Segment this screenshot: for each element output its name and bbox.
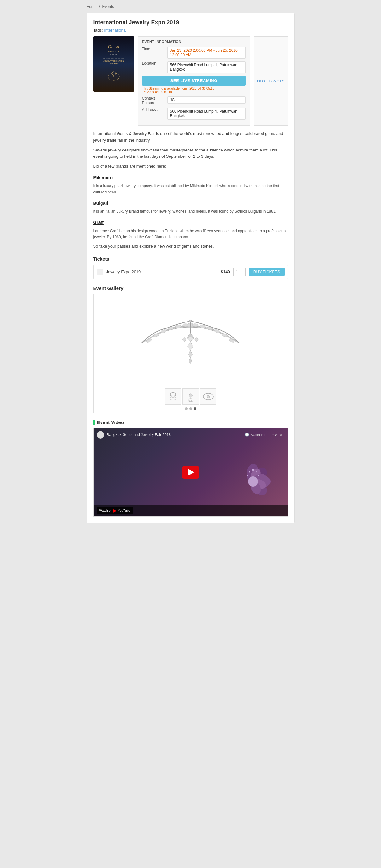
video-controls: 🕐 Watch later ↗ Share bbox=[245, 433, 284, 437]
breadcrumb-home[interactable]: Home bbox=[86, 4, 97, 9]
svg-marker-21 bbox=[182, 337, 186, 341]
desc-para2: Several jewelry designers showcase their… bbox=[93, 147, 288, 160]
address-label: Address : bbox=[142, 107, 167, 112]
event-info-panel: EVENT INFORMATION Time Jan 23, 2020 2:00… bbox=[138, 36, 250, 126]
address-row: Address : 566 Ploenchit Road Lumpini, Pa… bbox=[142, 107, 246, 120]
streaming-from: 2020-04-30 05:18 bbox=[189, 87, 214, 90]
gallery-thumb-3[interactable] bbox=[200, 389, 216, 405]
contact-value: JC bbox=[167, 96, 246, 104]
gallery-dot-3[interactable] bbox=[194, 407, 196, 410]
video-overlay: Bangkok Gems and Jewelry Fair 2018 🕐 Wat… bbox=[94, 429, 288, 516]
ticket-buy-button[interactable]: BUY TICKETS bbox=[249, 268, 284, 276]
watch-on-youtube-button[interactable]: Watch on ▶ YouTube bbox=[97, 507, 133, 514]
brand3-desc: Laurence Graff began his design career i… bbox=[93, 228, 288, 240]
video-title: Bangkok Gems and Jewelry Fair 2018 bbox=[107, 433, 242, 437]
video-container[interactable]: Bangkok Gems and Jewelry Fair 2018 🕐 Wat… bbox=[93, 428, 288, 517]
buy-tickets-main-button[interactable]: BUY TICKETS bbox=[257, 79, 284, 83]
location-value: 566 Ploenchit Road Lumpini, Patumwan Ban… bbox=[167, 61, 246, 73]
main-content-card: International Jewelry Expo 2019 Tags: In… bbox=[86, 12, 295, 523]
buy-tickets-box: BUY TICKETS bbox=[254, 36, 288, 126]
breadcrumb-separator: / bbox=[99, 4, 100, 9]
location-label: Location bbox=[142, 61, 167, 66]
share-icon: ↗ bbox=[271, 433, 274, 437]
streaming-to-label: To: bbox=[142, 90, 146, 94]
youtube-logo: ▶ bbox=[113, 508, 116, 513]
svg-point-24 bbox=[189, 320, 192, 322]
tags-row: Tags: International bbox=[93, 28, 288, 32]
svg-marker-27 bbox=[189, 393, 193, 398]
streaming-to: 2020-04-30 06:18 bbox=[147, 90, 172, 94]
svg-marker-20 bbox=[189, 358, 192, 364]
brand3-heading: Graff bbox=[93, 219, 288, 226]
gallery-main bbox=[93, 294, 288, 413]
time-value: Jan 23, 2020 2:00:00 PM - Jun 25, 2020 1… bbox=[167, 47, 246, 59]
event-info-section: Chiso NANDITA JEWELS Exclusive, Antique … bbox=[93, 36, 288, 126]
gallery-dot-1[interactable] bbox=[185, 407, 187, 410]
streaming-available-label: This Streaming is available from bbox=[142, 87, 187, 90]
streaming-note: This Streaming is available from : 2020-… bbox=[142, 87, 246, 94]
video-section: Event Video bbox=[93, 420, 288, 517]
video-top-bar: Bangkok Gems and Jewelry Fair 2018 🕐 Wat… bbox=[94, 429, 288, 441]
event-image: Chiso NANDITA JEWELS Exclusive, Antique … bbox=[93, 36, 134, 92]
address-value: 566 Ploenchit Road Lumpini, Patumwan Ban… bbox=[167, 107, 246, 120]
youtube-label: YouTube bbox=[118, 509, 130, 513]
info-panel-title: EVENT INFORMATION bbox=[142, 40, 246, 43]
watch-later-label: Watch later bbox=[250, 433, 268, 437]
svg-point-25 bbox=[171, 392, 176, 397]
share-button[interactable]: ↗ Share bbox=[271, 433, 284, 437]
contact-row: Contact Person JC bbox=[142, 96, 246, 105]
ticket-price: $149 bbox=[221, 270, 230, 274]
ticket-quantity-input[interactable] bbox=[233, 268, 246, 276]
gallery-main-image bbox=[97, 298, 284, 386]
tag-international[interactable]: International bbox=[104, 28, 127, 32]
desc-para3: Bio of a few brands are mentioned here: bbox=[93, 163, 288, 170]
breadcrumb-events[interactable]: Events bbox=[102, 4, 114, 9]
ticket-name: Jewelry Expo 2019 bbox=[106, 270, 218, 274]
desc-para4: So take your passes and explore a new wo… bbox=[93, 243, 288, 250]
breadcrumb: Home / Events bbox=[86, 3, 295, 10]
svg-point-1 bbox=[112, 72, 116, 75]
clock-icon: 🕐 bbox=[245, 433, 249, 437]
gallery-dot-2[interactable] bbox=[189, 407, 192, 410]
tickets-section-title: Tickets bbox=[93, 256, 288, 261]
gallery-thumb-1[interactable] bbox=[165, 389, 181, 405]
svg-marker-18 bbox=[187, 342, 194, 350]
tickets-section: Tickets Jewelry Expo 2019 $149 BUY TICKE… bbox=[93, 256, 288, 279]
play-triangle-icon bbox=[188, 469, 194, 475]
brand1-heading: Mikimoto bbox=[93, 174, 288, 181]
video-channel-icon bbox=[97, 431, 104, 439]
share-label: Share bbox=[275, 433, 284, 437]
svg-point-30 bbox=[207, 395, 210, 398]
location-row: Location 566 Ploenchit Road Lumpini, Pat… bbox=[142, 61, 246, 73]
desc-para1: International Gems & Jewelry Fair is one… bbox=[93, 131, 288, 144]
svg-marker-19 bbox=[188, 350, 192, 358]
ticket-image bbox=[97, 269, 103, 275]
brand1-desc: It is a luxury pearl jewelry company. It… bbox=[93, 183, 288, 195]
see-live-streaming-button[interactable]: SEE LIVE STREAMING bbox=[142, 76, 246, 86]
watch-on-label: Watch on bbox=[99, 509, 112, 513]
gallery-dots bbox=[97, 407, 284, 410]
time-label: Time bbox=[142, 47, 167, 51]
gallery-thumbnails bbox=[97, 389, 284, 405]
video-section-title: Event Video bbox=[93, 420, 288, 425]
watch-later-button[interactable]: 🕐 Watch later bbox=[245, 433, 268, 437]
time-row: Time Jan 23, 2020 2:00:00 PM - Jun 25, 2… bbox=[142, 47, 246, 59]
gallery-section: Event Gallery bbox=[93, 285, 288, 413]
video-play-button[interactable] bbox=[182, 466, 200, 478]
tags-label: Tags: bbox=[93, 28, 103, 32]
brand2-heading: Bulgari bbox=[93, 200, 288, 207]
event-title: International Jewelry Expo 2019 bbox=[93, 19, 288, 26]
video-bottom-bar: Watch on ▶ YouTube bbox=[94, 505, 288, 516]
gallery-section-title: Event Gallery bbox=[93, 285, 288, 291]
svg-marker-22 bbox=[195, 337, 199, 341]
ticket-row: Jewelry Expo 2019 $149 BUY TICKETS bbox=[93, 265, 288, 279]
contact-label: Contact Person bbox=[142, 96, 167, 105]
gallery-thumb-2[interactable] bbox=[182, 389, 199, 405]
brand2-desc: It is an Italian Luxury Brand famous for… bbox=[93, 209, 288, 215]
description-section: International Gems & Jewelry Fair is one… bbox=[93, 131, 288, 250]
